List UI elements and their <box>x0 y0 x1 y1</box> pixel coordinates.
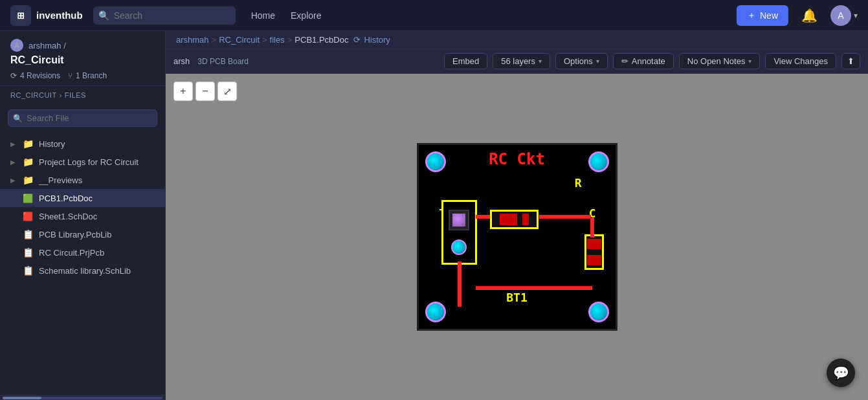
breadcrumb-history-link[interactable]: ⟳ History <box>353 35 390 45</box>
toolbar-filetype: 3D PCB Board <box>197 57 249 66</box>
zoom-fit-button[interactable]: ⤢ <box>217 82 237 101</box>
zoom-out-button[interactable]: − <box>195 82 215 101</box>
pad-top-right <box>588 151 609 172</box>
trace-h1 <box>476 215 490 219</box>
folder-icon: 📁 <box>22 174 34 186</box>
branch-link[interactable]: ⑂ 1 Branch <box>68 71 107 80</box>
resistor-stripe <box>517 214 522 225</box>
trace-v1 <box>590 218 594 238</box>
annotate-icon: ✏ <box>621 56 629 66</box>
toolbar: arsh 3D PCB Board Embed 56 layers ▾ Opti… <box>166 49 868 74</box>
branch-icon: ⑂ <box>68 71 72 80</box>
capacitor-box <box>584 234 604 270</box>
layers-caret-icon: ▾ <box>539 58 542 65</box>
file-name: Schematic library.SchLib <box>39 266 131 276</box>
nav-links: Home Explore <box>251 10 322 21</box>
sidebar-search-input[interactable] <box>8 109 157 127</box>
upload-button[interactable]: ⬆ <box>841 53 860 69</box>
file-name: __Previews <box>39 175 82 185</box>
breadcrumb-sep-3: > <box>287 35 293 45</box>
sidebar-section-files: FILES <box>65 91 86 99</box>
resistor-body <box>500 214 529 225</box>
zoom-controls: + − ⤢ <box>173 82 237 101</box>
avatar: A <box>830 5 851 26</box>
chat-bubble[interactable]: 💬 <box>827 359 855 387</box>
viewer-area: + − ⤢ RC Ckt R C BT1 + <box>166 74 868 400</box>
logo-symbol: ⊞ <box>17 10 25 21</box>
connector-top-pad <box>449 210 469 230</box>
trace-left <box>458 261 462 307</box>
scrollbar-track <box>3 397 162 399</box>
sidebar-item-schlib[interactable]: ▶ 📋 Schematic library.SchLib <box>0 261 165 280</box>
sidebar-user: A arshmah / <box>10 39 155 52</box>
revisions-link[interactable]: ⟳ 4 Revisions <box>10 71 60 80</box>
breadcrumb-files-link[interactable]: files <box>270 35 285 45</box>
connector-bot-pad <box>451 239 467 255</box>
nav-home[interactable]: Home <box>251 10 275 21</box>
sidebar-item-prjpcb[interactable]: ▶ 📋 RC Circuit.PrjPcb <box>0 243 165 261</box>
chevron-icon: ▶ <box>10 177 16 184</box>
breadcrumb-bar: arshmah > RC_Circuit > files > PCB1.PcbD… <box>166 31 868 49</box>
prj-file-icon: 📋 <box>22 247 34 258</box>
chevron-icon: ▶ <box>10 249 16 256</box>
sidebar-scrollbar[interactable] <box>0 395 165 400</box>
content-area: arshmah > RC_Circuit > files > PCB1.PcbD… <box>166 31 868 400</box>
options-button[interactable]: Options ▾ <box>555 53 608 69</box>
sidebar-item-pcblib[interactable]: ▶ 📋 PCB Library.PcbLib <box>0 225 165 243</box>
trace-h2 <box>539 215 591 219</box>
sidebar-item-pcb1[interactable]: ▶ 🟩 PCB1.PcbDoc <box>0 189 165 207</box>
search-icon: 🔍 <box>98 10 109 21</box>
resistor-box <box>490 210 539 229</box>
notes-button[interactable]: No Open Notes ▾ <box>679 53 761 69</box>
annotate-label: Annotate <box>632 56 665 66</box>
chat-icon: 💬 <box>833 365 849 381</box>
pad-top-left <box>425 151 446 172</box>
new-button[interactable]: ＋ New <box>737 5 788 26</box>
top-nav: ⊞ inventhub 🔍 Home Explore ＋ New 🔔 A ▾ <box>0 0 868 31</box>
trace-bottom <box>476 286 592 290</box>
sidebar-item-project-logs[interactable]: ▶ 📁 Project Logs for RC Circuit <box>0 153 165 171</box>
breadcrumb-sep-2: > <box>262 35 267 45</box>
chevron-icon: ▶ <box>10 267 16 274</box>
pcb-board: RC Ckt R C BT1 + <box>417 143 618 331</box>
breadcrumb-user-link[interactable]: arshmah <box>176 35 209 45</box>
folder-icon: 📁 <box>22 138 34 150</box>
zoom-in-button[interactable]: + <box>173 82 193 101</box>
breadcrumb-project-link[interactable]: RC_Circuit <box>219 35 260 45</box>
sidebar-avatar: A <box>10 39 23 52</box>
logo: ⊞ inventhub <box>10 5 83 26</box>
sidebar-item-history[interactable]: ▶ 📁 History <box>0 135 165 153</box>
annotate-button[interactable]: ✏ Annotate <box>613 53 674 69</box>
chevron-icon: ▶ <box>10 213 16 220</box>
search-input[interactable] <box>93 6 236 25</box>
sidebar-section-breadcrumb: RC_CIRCUIT › FILES <box>0 86 165 104</box>
folder-icon: 📁 <box>22 156 34 168</box>
nav-explore[interactable]: Explore <box>291 10 321 21</box>
file-name: PCB Library.PcbLib <box>39 230 111 239</box>
pcb-title: RC Ckt <box>489 150 545 168</box>
embed-button[interactable]: Embed <box>444 53 487 69</box>
history-icon: ⟳ <box>353 35 361 45</box>
file-name: Sheet1.SchDoc <box>39 212 97 221</box>
new-plus-icon: ＋ <box>747 10 756 21</box>
layers-label: 56 layers <box>501 56 535 66</box>
avatar-wrap[interactable]: A ▾ <box>830 5 858 26</box>
breadcrumb-current: PCB1.PcbDoc <box>295 35 348 45</box>
chevron-icon: ▶ <box>10 195 16 202</box>
revisions-label: 4 Revisions <box>20 71 60 80</box>
sidebar-section-project: RC_CIRCUIT <box>10 91 57 99</box>
revisions-icon: ⟳ <box>10 71 17 80</box>
pcb-file-icon: 🟩 <box>22 192 34 204</box>
chevron-icon: ▶ <box>10 231 16 238</box>
layers-button[interactable]: 56 layers ▾ <box>493 53 550 69</box>
connector-box <box>441 200 477 265</box>
sidebar: A arshmah / RC_Circuit ⟳ 4 Revisions ⑂ 1… <box>0 31 166 400</box>
notes-label: No Open Notes <box>687 56 746 66</box>
lib-file-icon: 📋 <box>22 228 34 240</box>
file-name: RC Circuit.PrjPcb <box>39 248 104 258</box>
sidebar-item-sheet1[interactable]: ▶ 🟥 Sheet1.SchDoc <box>0 207 165 225</box>
view-changes-button[interactable]: View Changes <box>765 53 836 69</box>
notification-button[interactable]: 🔔 <box>799 5 820 26</box>
sidebar-item-previews[interactable]: ▶ 📁 __Previews <box>0 171 165 189</box>
search-wrap: 🔍 <box>93 6 236 25</box>
